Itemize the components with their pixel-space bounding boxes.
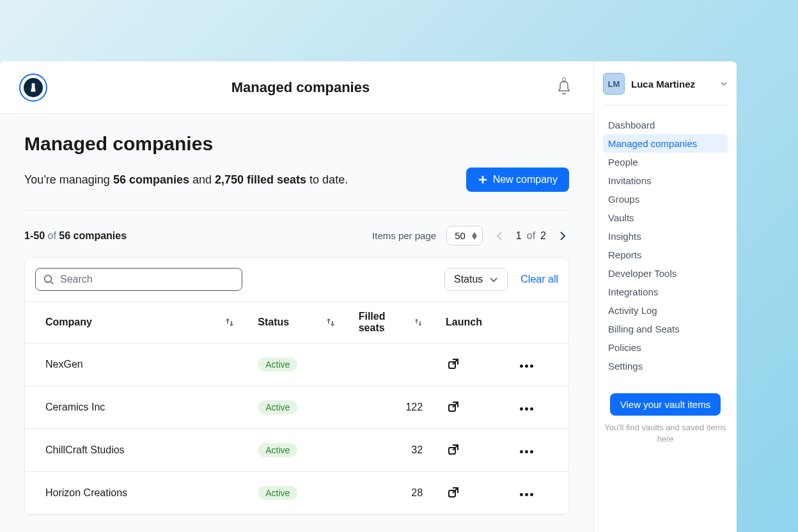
content-area: Managed companies You're managing 56 com…	[0, 114, 593, 515]
cell-status: Active	[246, 472, 347, 515]
sort-icon	[414, 317, 423, 327]
cell-filled-seats: 122	[347, 386, 434, 429]
table-row: Horizon CreationsActive28	[25, 472, 568, 515]
cell-launch	[434, 343, 508, 386]
pagination-summary: 1-50 of 56 companies	[24, 230, 127, 242]
launch-button[interactable]	[446, 442, 461, 457]
pagination-of: of	[47, 230, 56, 241]
nav-item-invitations[interactable]: Invitations	[603, 171, 728, 190]
status-badge: Active	[258, 486, 297, 500]
sidebar: LM Luca Martinez DashboardManaged compan…	[593, 61, 737, 532]
avatar: LM	[603, 73, 625, 95]
th-status[interactable]: Status	[246, 302, 347, 343]
nav-item-settings[interactable]: Settings	[603, 357, 728, 375]
search-icon	[43, 274, 54, 285]
notification-count: 0	[562, 76, 566, 84]
cell-actions	[508, 343, 568, 386]
cell-status: Active	[246, 386, 347, 429]
more-actions-button[interactable]	[520, 407, 533, 411]
notifications-button[interactable]: 0	[554, 77, 574, 98]
search-input[interactable]	[35, 268, 242, 291]
status-badge: Active	[258, 400, 297, 414]
nav-item-people[interactable]: People	[603, 153, 728, 171]
top-bar: Managed companies 0	[0, 61, 593, 114]
view-vault-button[interactable]: View your vault items	[610, 393, 721, 416]
nav-item-groups[interactable]: Groups	[603, 190, 728, 208]
th-actions	[508, 302, 568, 343]
page-position: 1 of 2	[516, 230, 546, 242]
sort-icon	[325, 317, 336, 327]
sidebar-cta: View your vault items You'll find vaults…	[603, 393, 728, 445]
summary-companies: 56 companies	[113, 173, 189, 186]
sort-icon	[224, 317, 235, 327]
plus-icon	[478, 175, 488, 185]
nav-item-managed-companies[interactable]: Managed companies	[603, 134, 728, 153]
launch-button[interactable]	[446, 485, 461, 500]
summary-prefix: You're managing	[24, 173, 113, 186]
th-company[interactable]: Company	[25, 302, 246, 343]
chevron-down-icon	[489, 275, 498, 284]
app-logo[interactable]	[19, 74, 47, 102]
external-link-icon	[447, 400, 460, 413]
cell-status: Active	[246, 429, 347, 472]
summary-mid: and	[189, 173, 215, 186]
nav-item-vaults[interactable]: Vaults	[603, 208, 728, 227]
cell-filled-seats	[347, 343, 434, 386]
nav-item-activity-log[interactable]: Activity Log	[603, 301, 728, 320]
search-wrap	[35, 268, 242, 291]
nav-item-billing-and-seats[interactable]: Billing and Seats	[603, 320, 728, 338]
more-actions-button[interactable]	[520, 493, 533, 496]
table-row: NexGenActive	[25, 343, 568, 386]
th-launch: Launch	[434, 302, 508, 343]
nav-item-dashboard[interactable]: Dashboard	[603, 116, 728, 134]
nav-item-insights[interactable]: Insights	[603, 227, 728, 246]
new-company-button[interactable]: New company	[466, 168, 569, 192]
cell-company: NexGen	[25, 343, 246, 386]
companies-table: Company Status Filled seats Launch	[25, 301, 568, 515]
prev-page-button[interactable]	[493, 230, 506, 242]
pagination-row: 1-50 of 56 companies Items per page 50	[24, 226, 569, 246]
cell-actions	[508, 429, 568, 472]
cell-actions	[508, 472, 568, 515]
more-actions-button[interactable]	[520, 450, 533, 453]
chevron-right-icon	[559, 231, 566, 241]
cell-company: ChillCraft Studios	[25, 429, 246, 472]
clear-all-button[interactable]: Clear all	[520, 274, 558, 285]
more-actions-button[interactable]	[520, 364, 533, 368]
launch-button[interactable]	[446, 399, 461, 414]
nav-list: DashboardManaged companiesPeopleInvitati…	[603, 116, 728, 375]
app-window: Managed companies 0 Managed companies Yo…	[0, 61, 737, 532]
summary-row: You're managing 56 companies and 2,750 f…	[24, 168, 569, 210]
pagination-controls: Items per page 50 1 of 2	[372, 226, 569, 246]
external-link-icon	[447, 443, 460, 456]
user-menu[interactable]: LM Luca Martinez	[603, 73, 728, 106]
cell-launch	[434, 386, 508, 429]
nav-item-policies[interactable]: Policies	[603, 338, 728, 357]
launch-button[interactable]	[446, 356, 461, 372]
cell-launch	[434, 472, 508, 515]
status-filter[interactable]: Status	[444, 268, 508, 291]
cell-actions	[508, 386, 568, 429]
items-per-page-label: Items per page	[372, 230, 436, 241]
nav-item-developer-tools[interactable]: Developer Tools	[603, 264, 728, 283]
next-page-button[interactable]	[556, 230, 569, 242]
new-company-label: New company	[493, 174, 558, 185]
top-bar-title: Managed companies	[47, 79, 554, 96]
chevron-down-icon	[720, 80, 728, 88]
cell-company: Ceramics Inc	[25, 386, 246, 429]
stepper-icon	[472, 232, 477, 240]
page-of: of	[527, 230, 535, 242]
page-size-select[interactable]: 50	[446, 226, 483, 246]
table-row: ChillCraft StudiosActive32	[25, 429, 568, 472]
nav-item-integrations[interactable]: Integrations	[603, 283, 728, 301]
nav-item-reports[interactable]: Reports	[603, 246, 728, 264]
page-title: Managed companies	[24, 133, 569, 155]
svg-point-0	[45, 276, 52, 283]
external-link-icon	[447, 486, 460, 499]
cell-company: Horizon Creations	[25, 472, 246, 515]
table-toolbar: Status Clear all	[25, 258, 568, 301]
th-filled-seats[interactable]: Filled seats	[347, 302, 434, 343]
user-name: Luca Martinez	[631, 79, 714, 90]
pagination-range: 1-50	[24, 230, 45, 241]
cell-filled-seats: 32	[347, 429, 434, 472]
